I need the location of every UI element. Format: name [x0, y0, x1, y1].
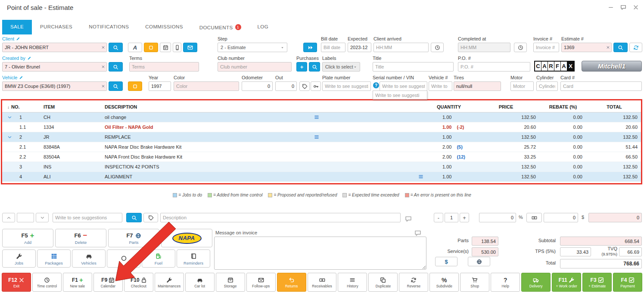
table-row[interactable]: 3INSINSPECTION 42 POINTS1.00132.500.0013… — [2, 162, 642, 172]
table-row[interactable]: 1CHoil change1.00132.500.00132.50 — [2, 112, 642, 122]
toolbar-button-follow-ups[interactable]: Follow-ups — [246, 273, 276, 292]
clear-icon[interactable] — [101, 46, 105, 50]
toolbar-button-duplicate[interactable]: Duplicate — [368, 273, 398, 292]
edit-icon[interactable] — [27, 56, 31, 60]
column-rebate[interactable]: REBATE (%) — [539, 104, 587, 109]
toolbar-button-maintenances[interactable]: Maintenances — [155, 273, 184, 292]
table-row[interactable]: 2.183848ANAPA Rear Disc Brake Hardware K… — [2, 142, 642, 152]
toolbar-button-new-sale[interactable]: F1+New sale — [63, 273, 92, 292]
created-by-label[interactable]: Created by — [2, 56, 123, 61]
key-button[interactable] — [311, 81, 321, 91]
table-row[interactable]: 4ALIALIGNMENT1.00132.500.00132.50 — [2, 172, 642, 182]
jobs-button[interactable]: Jobs — [2, 249, 36, 268]
mitchell1-logo[interactable]: Mitchell1 — [582, 61, 642, 72]
next-line-button[interactable] — [36, 213, 49, 222]
tag-button[interactable] — [299, 81, 310, 91]
tax-globe-button[interactable] — [468, 257, 490, 266]
close-icon[interactable] — [633, 4, 639, 10]
vehicle-number-input[interactable] — [429, 81, 452, 91]
price-mode-button[interactable] — [526, 213, 542, 222]
toolbar-button-exit[interactable]: F12Exit — [2, 273, 31, 292]
toolbar-button-shop[interactable]: Shop — [460, 273, 489, 292]
column-item[interactable]: ITEM — [41, 104, 102, 109]
toolbar-button-payment[interactable]: F4Payment — [613, 273, 642, 292]
odometer-input[interactable] — [242, 81, 273, 91]
motor-input[interactable] — [510, 81, 534, 91]
toolbar-button-storage[interactable]: Storage — [216, 273, 245, 292]
expand-row-icon[interactable] — [7, 115, 12, 120]
edit-icon[interactable] — [19, 75, 23, 80]
expand-row-icon[interactable] — [7, 135, 12, 140]
vehicle-input[interactable] — [2, 81, 107, 91]
help-icon[interactable]: ? — [373, 82, 379, 88]
bill-date-input[interactable] — [321, 43, 345, 52]
toolbar-button-history[interactable]: History — [338, 273, 367, 292]
year-input[interactable] — [149, 81, 171, 91]
toolbar-button-subdivide[interactable]: %Subdivide — [429, 273, 459, 292]
client-arrived-clock-button[interactable] — [431, 43, 444, 52]
completed-at-input[interactable] — [458, 43, 510, 52]
refresh-estimate-button[interactable] — [629, 43, 642, 52]
parts-button[interactable]: F7 Parts — [108, 229, 159, 247]
plate-number-input[interactable] — [322, 81, 371, 91]
step-select[interactable]: 2 - Estimate — [218, 43, 287, 52]
currency-button[interactable]: $ — [435, 257, 457, 266]
table-row[interactable]: 1.11334Oil Filter - NAPA Gold1.00(-2)20.… — [2, 122, 642, 132]
client-email-button[interactable] — [183, 43, 197, 52]
client-history-button[interactable]: A — [128, 43, 142, 52]
tires-input[interactable] — [454, 81, 501, 91]
qty-input[interactable]: 1 — [445, 213, 458, 222]
po-number-input[interactable] — [458, 62, 530, 72]
column-total[interactable]: TOTAL — [587, 104, 642, 109]
client-appointments-button[interactable] — [160, 43, 171, 52]
purchases-search-button[interactable] — [309, 62, 320, 72]
clear-icon[interactable] — [101, 84, 105, 88]
chat-icon[interactable] — [620, 4, 626, 10]
tab-documents[interactable]: DOCUMENTS1 — [191, 20, 249, 34]
column-no[interactable]: ↓NO. — [2, 104, 41, 109]
column-description[interactable]: DESCRIPTION — [102, 104, 425, 109]
napa-button[interactable]: NAPA — [161, 229, 212, 247]
clear-icon[interactable] — [606, 46, 610, 50]
toolbar-button-checkout[interactable]: F10Checkout — [124, 273, 153, 292]
vehicle-label[interactable]: Vehicle — [2, 75, 142, 80]
toolbar-button-time-control[interactable]: Time control — [32, 273, 62, 292]
out-input[interactable] — [275, 81, 297, 91]
add-purchase-button[interactable]: + — [296, 62, 307, 72]
client-label[interactable]: Client — [2, 36, 197, 41]
estimate-search-button[interactable] — [613, 43, 628, 52]
table-row[interactable]: 2JRREMPLACE1.00132.500.00132.50 — [2, 132, 642, 142]
client-search-button[interactable] — [109, 43, 123, 52]
title-input[interactable] — [373, 62, 454, 72]
item-search-button[interactable] — [126, 213, 142, 222]
qty-decrease-button[interactable]: - — [434, 213, 443, 222]
tab-sale[interactable]: SALE — [2, 20, 32, 34]
fuel-button[interactable]: Fuel — [142, 249, 175, 268]
invoice-number-input[interactable] — [533, 43, 559, 52]
serial-number-input[interactable] — [380, 81, 427, 91]
tab-commissions[interactable]: COMMISSIONS — [137, 20, 191, 34]
toolbar-button-receivables[interactable]: Receivables — [308, 273, 337, 292]
vehicles-button[interactable]: Vehicles — [72, 249, 106, 268]
toolbar-button-estimate[interactable]: F3+ Estimate — [582, 273, 612, 292]
clear-icon[interactable] — [101, 65, 105, 69]
comment-icon[interactable] — [414, 230, 421, 237]
delete-line-button[interactable]: F6− Delete — [55, 229, 106, 247]
client-card-button[interactable] — [144, 43, 158, 52]
reminders-button[interactable]: Reminders — [177, 249, 210, 268]
completed-at-clock-button[interactable] — [514, 43, 527, 52]
item-tag-button[interactable] — [143, 213, 158, 222]
rebate-amount-input[interactable] — [544, 213, 578, 222]
column-price[interactable]: PRICE — [473, 104, 539, 109]
toolbar-button-returns[interactable]: Returns — [277, 273, 306, 292]
comment-icon[interactable] — [405, 214, 412, 224]
next-step-button[interactable] — [303, 43, 317, 52]
rebate-percent-input[interactable] — [479, 213, 516, 222]
description-input[interactable] — [160, 213, 401, 222]
toolbar-button-calendar[interactable]: F9Calendar — [93, 273, 123, 292]
expected-input[interactable] — [348, 43, 371, 52]
packages-button[interactable]: Packages — [37, 249, 71, 268]
table-row[interactable]: 2.283504ANAPA Front Disc Brake Hardware … — [2, 152, 642, 162]
toolbar-button-delivery[interactable]: Delivery — [521, 273, 551, 292]
created-by-input[interactable] — [2, 62, 107, 72]
